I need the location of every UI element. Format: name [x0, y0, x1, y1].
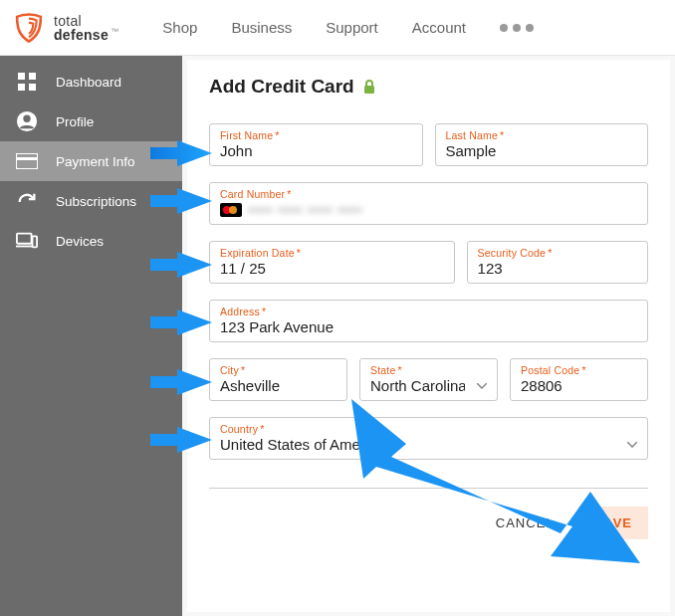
save-button[interactable]: SAVE [578, 507, 648, 539]
svg-rect-6 [16, 153, 38, 169]
svg-rect-9 [33, 236, 38, 247]
more-menu-icon[interactable] [500, 24, 534, 32]
country-select-value: United States of America [220, 436, 384, 453]
nav-account[interactable]: Account [412, 19, 466, 36]
devices-icon [16, 230, 38, 252]
sidebar-item-label: Profile [56, 114, 94, 129]
svg-rect-0 [18, 73, 25, 80]
svg-rect-8 [17, 234, 32, 244]
profile-icon [16, 110, 38, 132]
svg-point-5 [23, 115, 30, 122]
svg-rect-7 [16, 157, 38, 160]
form-card: Add Credit Card First Name* Last Name* C… [187, 60, 670, 612]
country-field[interactable]: Country* United States of America [209, 417, 648, 460]
top-nav: Shop Business Support Account [162, 19, 466, 36]
city-field[interactable]: City* [209, 358, 347, 401]
sidebar: Dashboard Profile Payment Info Subscript… [0, 56, 182, 616]
svg-rect-2 [18, 84, 25, 91]
sidebar-item-profile[interactable]: Profile [0, 102, 182, 141]
sidebar-item-label: Payment Info [56, 154, 135, 169]
postal-code-input[interactable] [521, 377, 637, 394]
first-name-field[interactable]: First Name* [209, 123, 423, 166]
main: Add Credit Card First Name* Last Name* C… [182, 56, 675, 616]
card-icon [16, 150, 38, 172]
form-actions: CANCEL SAVE [209, 488, 648, 539]
state-select-value: North Carolina [370, 377, 465, 394]
sidebar-item-devices[interactable]: Devices [0, 221, 182, 261]
sidebar-item-label: Dashboard [56, 75, 121, 90]
sidebar-item-label: Subscriptions [56, 194, 136, 209]
refresh-icon [16, 190, 38, 212]
expiration-field[interactable]: Expiration Date* [209, 241, 455, 284]
shield-icon [12, 11, 46, 45]
svg-rect-3 [29, 84, 36, 91]
sidebar-item-dashboard[interactable]: Dashboard [0, 62, 182, 102]
address-field[interactable]: Address* [209, 300, 648, 342]
sidebar-item-subscriptions[interactable]: Subscriptions [0, 181, 182, 221]
brand-name: total defense™ [54, 14, 118, 42]
cancel-button[interactable]: CANCEL [480, 507, 570, 539]
last-name-field[interactable]: Last Name* [435, 123, 649, 166]
sidebar-item-label: Devices [56, 234, 104, 249]
expiration-input[interactable] [220, 260, 444, 277]
nav-shop[interactable]: Shop [162, 19, 197, 36]
postal-code-field[interactable]: Postal Code* [510, 358, 648, 401]
security-code-input[interactable] [478, 260, 637, 277]
mastercard-icon [220, 203, 242, 217]
nav-business[interactable]: Business [231, 19, 292, 36]
address-input[interactable] [220, 318, 637, 335]
card-number-masked: •••• •••• •••• •••• [248, 201, 363, 218]
brand-logo[interactable]: total defense™ [12, 11, 118, 45]
chevron-down-icon [627, 442, 637, 448]
first-name-input[interactable] [220, 142, 412, 159]
state-field[interactable]: State* North Carolina [359, 358, 498, 401]
card-number-field[interactable]: Card Number* •••• •••• •••• •••• [209, 182, 648, 225]
sidebar-item-payment-info[interactable]: Payment Info [0, 141, 182, 181]
svg-rect-17 [364, 86, 374, 94]
lock-icon [362, 79, 376, 95]
topbar: total defense™ Shop Business Support Acc… [0, 0, 675, 56]
last-name-input[interactable] [446, 142, 638, 159]
nav-support[interactable]: Support [326, 19, 378, 36]
chevron-down-icon [477, 383, 487, 389]
security-code-field[interactable]: Security Code* [467, 241, 648, 284]
page-title: Add Credit Card [209, 76, 648, 98]
svg-rect-1 [29, 73, 36, 80]
city-input[interactable] [220, 377, 337, 394]
dashboard-icon [16, 71, 38, 93]
